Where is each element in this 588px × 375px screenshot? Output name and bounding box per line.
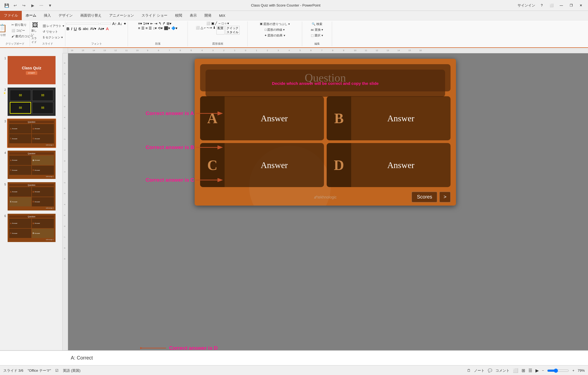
- signin-button[interactable]: サインイン: [517, 3, 535, 8]
- tab-transitions[interactable]: 画面切り替え: [76, 11, 105, 20]
- tab-insert[interactable]: 挿入: [40, 11, 55, 20]
- redo-icon[interactable]: ↪: [20, 2, 28, 9]
- scores-button[interactable]: Scores: [412, 192, 437, 202]
- shape6[interactable]: ⇒: [209, 26, 212, 35]
- select-button[interactable]: ⬚ 選択 ▾: [310, 33, 324, 38]
- strikethrough-button[interactable]: S: [78, 26, 81, 31]
- normal-view-icon[interactable]: ⬜: [513, 368, 518, 373]
- slide-thumb-6[interactable]: 6 Question AAnswer BAnswer CAnswer DAnsw…: [2, 213, 61, 243]
- align-right-button[interactable]: ≡: [146, 26, 148, 30]
- zoom-slider[interactable]: [547, 368, 569, 373]
- notes-icon[interactable]: 🗒: [467, 368, 471, 373]
- answer-box-b[interactable]: B Answer: [327, 96, 451, 140]
- slide-img-1[interactable]: Class Quiz START: [7, 55, 56, 85]
- slide-thumb-4[interactable]: 4 Question AAnswer BAnswer CAnswer DAnsw…: [2, 150, 61, 179]
- bullets-button[interactable]: ≡▾: [138, 21, 142, 26]
- numbering-button[interactable]: 1≡▾: [143, 21, 149, 26]
- slide-thumb-5[interactable]: 5 Question AAnswer BAnswer CAnswer DAnsw…: [2, 182, 61, 211]
- replace-button[interactable]: ac 置換 ▾: [310, 27, 324, 32]
- slide-img-2[interactable]: 88 88 88 88: [7, 87, 56, 116]
- change-case-button[interactable]: Aa▾: [98, 27, 104, 31]
- zoom-in-icon[interactable]: +: [572, 368, 574, 373]
- italic-button[interactable]: I: [71, 26, 72, 31]
- tab-home[interactable]: ホーム: [22, 11, 40, 20]
- tab-mix[interactable]: MIX: [215, 11, 229, 20]
- paste-button[interactable]: 📋 貼り付け: [0, 24, 9, 41]
- slide-thumb-3[interactable]: 3 Question AAnswer BAnswer CAnswer DAnsw…: [2, 119, 61, 148]
- slide-thumb-1[interactable]: 1 Class Quiz START: [2, 55, 61, 85]
- slide-img-5[interactable]: Question AAnswer BAnswer CAnswer DAnswer…: [7, 182, 56, 211]
- justify-button[interactable]: ☰: [149, 26, 152, 30]
- clear-format-button[interactable]: ✦: [123, 21, 127, 26]
- new-slide-button[interactable]: 🖼 新しいスライド: [30, 21, 41, 45]
- arrange-button[interactable]: 配置: [216, 26, 225, 35]
- shape3[interactable]: △: [201, 26, 203, 35]
- zoom-out-icon[interactable]: −: [542, 368, 544, 373]
- section-button[interactable]: § セクション ▾: [42, 35, 65, 40]
- next-button[interactable]: >: [439, 192, 451, 202]
- reset-button[interactable]: ↺ リセット: [42, 29, 65, 34]
- customize-icon[interactable]: ▼: [46, 2, 54, 9]
- minimize-button[interactable]: —: [557, 2, 566, 9]
- present-icon[interactable]: ▶: [29, 2, 36, 9]
- text-direction-button[interactable]: ⟲▾: [158, 26, 163, 30]
- zoom-level[interactable]: 79%: [578, 368, 585, 373]
- increase-font-button[interactable]: A↑: [112, 21, 117, 26]
- shape5[interactable]: ¬: [207, 26, 209, 35]
- align-center-button[interactable]: ☰: [141, 26, 145, 30]
- tab-dev[interactable]: 開発: [201, 11, 215, 20]
- slide-img-3[interactable]: Question AAnswer BAnswer CAnswer DAnswer…: [7, 119, 56, 148]
- align-left-button[interactable]: ≡: [138, 26, 140, 30]
- shape2[interactable]: ⬜: [196, 26, 200, 35]
- comments-label[interactable]: コメント: [495, 368, 510, 373]
- find-button[interactable]: 🔍 検索: [311, 21, 323, 27]
- close-button[interactable]: ✕: [577, 2, 585, 9]
- tab-slideshow[interactable]: スライド ショー: [138, 11, 171, 20]
- smartart-button[interactable]: 🔷▾: [171, 26, 177, 30]
- comments-icon[interactable]: 💬: [488, 368, 492, 373]
- increase-indent-button[interactable]: ⇥: [154, 21, 157, 26]
- accessibility-icon[interactable]: ☑: [55, 368, 59, 373]
- reading-view-icon[interactable]: ☰: [528, 368, 532, 373]
- font-size-selector[interactable]: [100, 23, 111, 24]
- font-name-selector[interactable]: [66, 23, 99, 24]
- arrow-shape[interactable]: →: [218, 21, 221, 25]
- font-spacing-button[interactable]: AV▾: [90, 27, 96, 31]
- notes-label[interactable]: ノート: [474, 368, 485, 373]
- shape4[interactable]: ⌐: [204, 26, 206, 35]
- shape-outline-button[interactable]: □ 図形の枠線 ▾: [264, 27, 286, 32]
- shape-effect-button[interactable]: ✦ 図形の効果 ▾: [263, 33, 286, 38]
- line-shape[interactable]: ╱: [215, 21, 217, 25]
- answer-box-d[interactable]: D Answer: [327, 143, 451, 187]
- columns-button[interactable]: ⊞▾: [167, 21, 171, 26]
- help-button[interactable]: ?: [537, 2, 546, 9]
- align-text-button[interactable]: ⬛▾: [164, 26, 170, 30]
- tab-animations[interactable]: アニメーション: [105, 11, 138, 20]
- slide-sorter-icon[interactable]: ⊞: [522, 368, 525, 373]
- answer-box-a[interactable]: A Answer: [200, 96, 324, 140]
- tab-review[interactable]: 校閲: [171, 11, 186, 20]
- tab-design[interactable]: デザイン: [55, 11, 76, 20]
- presentation-view-icon[interactable]: ▶: [535, 368, 539, 373]
- underline-button[interactable]: U: [74, 26, 77, 31]
- undo-icon[interactable]: ↩: [11, 2, 19, 9]
- rtl-button[interactable]: ↰: [158, 21, 161, 26]
- tab-file[interactable]: ファイル: [0, 11, 22, 20]
- oval-shape[interactable]: ○: [225, 21, 226, 25]
- shape-fill-button[interactable]: ▣ 図形の塗りつぶし ▾: [259, 21, 291, 27]
- more-shapes[interactable]: ▾: [227, 21, 229, 25]
- save-icon[interactable]: 💾: [3, 2, 10, 9]
- layout-button[interactable]: ▦ レイアウト ▾: [42, 23, 65, 29]
- ltr-button[interactable]: ↱: [163, 21, 166, 26]
- slide-img-4[interactable]: Question AAnswer BAnswer CAnswer DAnswer…: [7, 150, 56, 179]
- rect-shape[interactable]: □: [222, 21, 224, 25]
- font-color-button[interactable]: A: [106, 26, 109, 31]
- bold-button[interactable]: B: [66, 26, 69, 31]
- text-box-shape[interactable]: ▣: [211, 21, 214, 25]
- maximize-button[interactable]: ❐: [567, 2, 575, 9]
- more-icon[interactable]: ⋯: [38, 2, 45, 9]
- restore-ribbon-button[interactable]: ⬜: [547, 2, 556, 9]
- slide-img-6[interactable]: Question AAnswer BAnswer CAnswer DAnswer…: [7, 213, 56, 243]
- quick-style-button[interactable]: クイックスタイル: [225, 26, 240, 35]
- slide-thumb-2[interactable]: 2★ 88 88 88 88: [2, 87, 61, 116]
